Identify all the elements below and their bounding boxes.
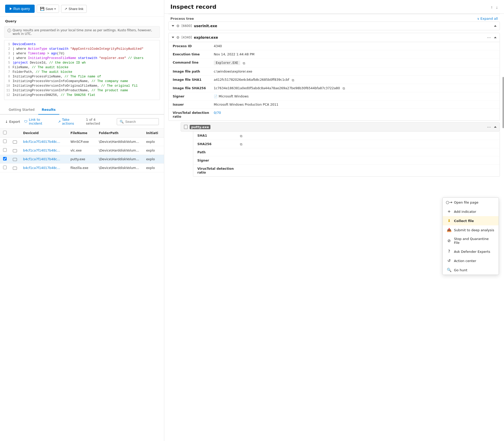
save-chevron: ▾ xyxy=(54,7,56,10)
row-checkbox[interactable] xyxy=(3,148,7,152)
context-menu-item[interactable]: ○→Open file page xyxy=(443,198,499,207)
line-code: InitiatingProcessSHA256, // The SHA256 f… xyxy=(13,93,95,97)
context-menu-item[interactable]: +Add indicator xyxy=(443,207,499,216)
device-id-link[interactable]: b4cf1ca7f14017b48c... xyxy=(23,148,60,152)
context-menu-item[interactable]: ↺Action center xyxy=(443,256,499,265)
collapse-putty-icon[interactable] xyxy=(494,126,497,128)
device-icon-cell xyxy=(10,164,20,172)
search-input[interactable] xyxy=(125,120,156,124)
expand-all-label: Expand all xyxy=(480,17,498,21)
value-process-id: 4340 xyxy=(214,44,496,48)
chevron-userinit[interactable] xyxy=(172,25,174,27)
line-code: InitiatingProcessVersionInfoOriginalFile… xyxy=(13,84,138,88)
link-to-incident-button[interactable]: 🛡 Link to incident xyxy=(24,118,54,125)
code-line: 4| where InitiatingProcessFileName start… xyxy=(4,56,160,61)
detail-putty-sha1: SHA1 ⧉ xyxy=(193,132,500,140)
tab-results[interactable]: Results xyxy=(38,106,59,115)
run-query-button[interactable]: Run query xyxy=(5,5,35,13)
share-link-button[interactable]: ↗ Share link xyxy=(61,5,87,13)
link-to-incident-label: Link to incident xyxy=(29,118,54,125)
more-options-explorer[interactable]: ··· xyxy=(486,35,492,40)
scrollbar[interactable] xyxy=(502,77,504,128)
expand-all-button[interactable]: ∨ Expand all xyxy=(477,17,498,21)
table-row: b4cf1ca7f14017b48c...WinSCP.exe\Device\H… xyxy=(0,137,164,146)
value-signer: 📄 Microsoft Windows xyxy=(214,94,496,98)
label-putty-virus: VirusTotal detection ratio xyxy=(197,167,238,174)
child-header-putty[interactable]: putty.exe ··· xyxy=(181,122,500,132)
line-code: | where Timestamp > ago(7d) xyxy=(13,52,65,55)
line-code: DeviceEvents xyxy=(13,43,36,46)
label-process-id: Process ID xyxy=(173,44,214,48)
device-id-link[interactable]: b4cf1ca7f14017b48c... xyxy=(23,140,60,144)
nav-down-button[interactable]: ↓ xyxy=(496,5,498,10)
collapse-explorer-icon[interactable] xyxy=(494,37,497,38)
device-id-cell: b4cf1ca7f14017b48c... xyxy=(20,164,67,172)
gear-icon-userinit: ⚙ xyxy=(176,24,180,28)
data-table: DeviceId FileName FolderPath Initiati b4… xyxy=(0,129,164,172)
value-putty-sha256: ⧉ xyxy=(238,142,496,146)
take-actions-button[interactable]: ↗ Take actions xyxy=(58,118,82,125)
line-code: | where InitiatingProcessFileName starts… xyxy=(13,56,143,60)
value-sha256: 1c7634e186381a0ed0f5abdc8a44a78ae269a27b… xyxy=(214,86,496,90)
save-icon: 💾 xyxy=(40,7,44,11)
stop-icon: ⊘ xyxy=(447,238,451,243)
label-sha256: Image file SHA256 xyxy=(173,86,214,90)
select-all-checkbox[interactable] xyxy=(3,131,7,134)
process-header-userinit[interactable]: ⚙ [6600] userinit.exe xyxy=(168,22,500,30)
context-menu-item[interactable]: ?Ask Defender Experts xyxy=(443,247,499,256)
value-image-path: c:\windows\explorer.exe xyxy=(214,69,496,73)
row-checkbox[interactable] xyxy=(3,157,7,161)
process-id-userinit: [6600] xyxy=(182,24,192,28)
menu-item-label: Ask Defender Experts xyxy=(454,250,490,254)
folderpath-cell: \Device\HarddiskVolum... xyxy=(96,146,143,155)
chevron-explorer[interactable] xyxy=(172,37,174,38)
row-checkbox-cell xyxy=(0,155,10,164)
process-tree-label: Process tree xyxy=(170,17,194,21)
nav-up-button[interactable]: ↑ xyxy=(491,5,493,10)
process-item-explorer: ⚙ [4340] explorer.exe ··· Process ID 434… xyxy=(168,33,500,177)
export-button[interactable]: ↓ Export xyxy=(5,120,20,124)
expand-userinit-icon[interactable] xyxy=(494,25,497,27)
detail-putty-signer: Signer xyxy=(193,156,500,165)
detail-putty-path: Path xyxy=(193,148,500,156)
device-id-link[interactable]: b4cf1ca7f14017b48c... xyxy=(23,157,60,161)
context-menu-item[interactable]: 🔍Go hunt xyxy=(443,265,499,275)
filename-cell: putty.exe xyxy=(67,155,96,164)
code-editor[interactable]: 1DeviceEvents2| where ActionType startsw… xyxy=(4,40,160,100)
detail-execution-time: Execution time Nov 14, 2022 1:44:48 PM xyxy=(169,50,500,58)
process-header-explorer[interactable]: ⚙ [4340] explorer.exe ··· xyxy=(168,33,500,42)
line-code: FolderPath, // The audit blocke xyxy=(13,70,72,74)
context-menu-item[interactable]: ⬇Collect file xyxy=(443,216,499,225)
line-code: | where ActionType startswith "AppContro… xyxy=(13,47,143,51)
copy-sha256-icon[interactable]: ⧉ xyxy=(343,86,346,90)
value-virus-total[interactable]: 0/70 xyxy=(214,111,496,115)
label-issuer: Issuer xyxy=(173,103,214,106)
search-box[interactable]: 🔍 xyxy=(117,118,159,125)
plus-icon: + xyxy=(447,209,451,214)
label-execution-time: Execution time xyxy=(173,52,214,56)
label-putty-sha256: SHA256 xyxy=(197,142,238,146)
value-sha1: a412fc51782026e4cb6afb8c2685b0ff839c1cbf… xyxy=(214,78,496,82)
label-virus-total: VirusTotal detection ratio xyxy=(173,111,214,118)
save-button[interactable]: 💾 Save ▾ xyxy=(37,5,59,13)
play-icon xyxy=(10,7,12,10)
context-menu-item[interactable]: 📤Submit to deep analysis xyxy=(443,225,499,235)
copy-putty-sha1[interactable]: ⧉ xyxy=(240,134,244,138)
copy-putty-sha256[interactable]: ⧉ xyxy=(240,142,244,146)
selected-count: 1 of 4 selected xyxy=(86,118,110,125)
copy-command-icon[interactable]: ⧉ xyxy=(243,61,246,65)
more-options-putty[interactable]: ··· xyxy=(486,125,492,129)
tab-getting-started[interactable]: Getting Started xyxy=(5,106,38,115)
right-header: Inspect record ↑ ↓ xyxy=(164,0,504,14)
putty-details: SHA1 ⧉ SHA256 ⧉ Path xyxy=(193,132,500,177)
download-yellow-icon: ⬇ xyxy=(447,218,451,223)
row-checkbox[interactable] xyxy=(3,139,7,143)
context-menu-item[interactable]: ⊘Stop and Quarantine File xyxy=(443,235,499,247)
search-icon: 🔍 xyxy=(120,120,124,124)
device-id-link[interactable]: b4cf1ca7f14017b48c... xyxy=(23,166,60,170)
putty-name: putty.exe xyxy=(190,125,210,129)
row-checkbox[interactable] xyxy=(3,166,7,169)
nav-arrows: ↑ ↓ xyxy=(491,4,498,10)
copy-sha1-icon[interactable]: ⧉ xyxy=(292,78,295,82)
query-notice: i Query results are presented in your lo… xyxy=(4,26,160,38)
